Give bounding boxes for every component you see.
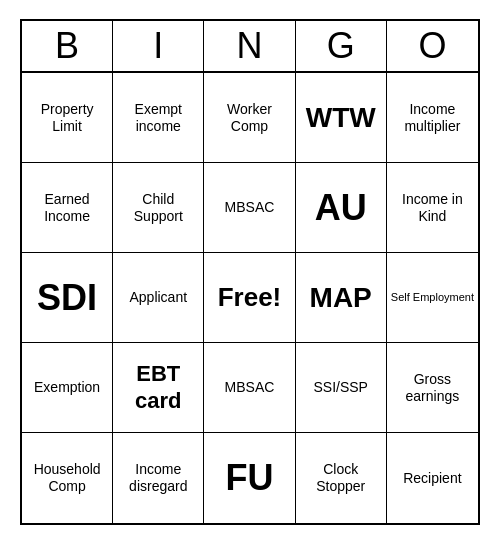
bingo-cell-15: Exemption [22,343,113,433]
bingo-cell-4: Income multiplier [387,73,478,163]
header-g: G [296,21,387,71]
bingo-grid: Property LimitExempt incomeWorker CompWT… [22,73,478,523]
bingo-cell-19: Gross earnings [387,343,478,433]
bingo-cell-9: Income in Kind [387,163,478,253]
header-b: B [22,21,113,71]
bingo-cell-3: WTW [296,73,387,163]
bingo-cell-22: FU [204,433,295,523]
bingo-cell-23: Clock Stopper [296,433,387,523]
bingo-cell-1: Exempt income [113,73,204,163]
bingo-cell-8: AU [296,163,387,253]
bingo-cell-13: MAP [296,253,387,343]
bingo-header: B I N G O [22,21,478,73]
bingo-cell-14: Self Employment [387,253,478,343]
bingo-cell-24: Recipient [387,433,478,523]
bingo-cell-10: SDI [22,253,113,343]
bingo-cell-17: MBSAC [204,343,295,433]
header-o: O [387,21,478,71]
bingo-cell-7: MBSAC [204,163,295,253]
header-n: N [204,21,295,71]
bingo-cell-6: Child Support [113,163,204,253]
bingo-cell-12: Free! [204,253,295,343]
bingo-cell-2: Worker Comp [204,73,295,163]
bingo-cell-16: EBT card [113,343,204,433]
bingo-cell-5: Earned Income [22,163,113,253]
header-i: I [113,21,204,71]
bingo-cell-0: Property Limit [22,73,113,163]
bingo-cell-18: SSI/SSP [296,343,387,433]
bingo-cell-11: Applicant [113,253,204,343]
bingo-cell-20: Household Comp [22,433,113,523]
bingo-cell-21: Income disregard [113,433,204,523]
bingo-card: B I N G O Property LimitExempt incomeWor… [20,19,480,525]
